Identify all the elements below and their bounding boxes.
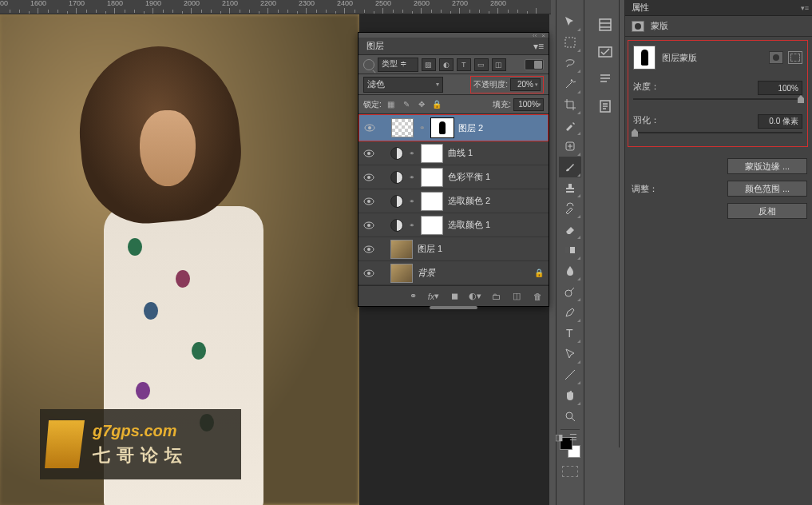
feather-slider[interactable]	[633, 132, 802, 133]
link-icon[interactable]: ⚭	[408, 148, 416, 159]
eraser-tool[interactable]	[559, 219, 581, 240]
layer-name[interactable]: 曲线 1	[448, 147, 473, 159]
link-icon[interactable]: ⚭	[408, 220, 416, 231]
mask-thumb[interactable]	[421, 168, 443, 187]
panel-collapse-icons[interactable]: ◨☰	[549, 430, 583, 444]
vector-mask-button[interactable]	[788, 51, 802, 64]
layers-panel[interactable]: ‹‹ × 图层 ▾≡ 类型 ≑ ▧ ◐ T ▭ ◫ 滤色 不透明度: 20% 锁…	[358, 32, 549, 307]
layer-thumb[interactable]	[390, 240, 413, 259]
blur-tool[interactable]	[559, 260, 581, 281]
lasso-tool[interactable]	[559, 53, 581, 74]
new-layer-icon[interactable]: ◫	[510, 290, 523, 303]
density-slider[interactable]	[633, 98, 802, 100]
wand-tool[interactable]	[559, 74, 581, 94]
dodge-tool[interactable]	[559, 281, 581, 302]
new-group-icon[interactable]: 🗀	[489, 290, 502, 303]
link-layers-icon[interactable]: ⚭	[406, 290, 419, 303]
color-range-button[interactable]: 颜色范围 ...	[727, 181, 807, 197]
zoom-tool[interactable]	[559, 406, 581, 427]
lock-position-icon[interactable]: ✥	[416, 99, 427, 110]
pen-tool[interactable]	[559, 302, 581, 323]
filter-pixel-icon[interactable]: ▧	[422, 58, 436, 71]
fill-input[interactable]: 100%	[513, 98, 544, 111]
character-panel-icon[interactable]	[594, 93, 616, 120]
delete-layer-icon[interactable]: 🗑	[531, 290, 544, 303]
filter-type-dropdown[interactable]: 类型 ≑	[378, 58, 418, 72]
visibility-toggle[interactable]	[363, 220, 374, 231]
mask-edge-button[interactable]: 蒙版边缘 ...	[727, 158, 807, 174]
link-icon[interactable]: ⚭	[418, 122, 426, 133]
filter-toggle[interactable]	[525, 59, 544, 70]
hand-tool[interactable]	[559, 385, 581, 406]
layer-name[interactable]: 选取颜色 2	[448, 195, 490, 207]
density-input[interactable]: 100%	[758, 81, 802, 95]
layer-thumb[interactable]	[390, 264, 413, 283]
invert-button[interactable]: 反相	[727, 203, 807, 219]
quickmask-toggle[interactable]	[562, 466, 578, 477]
mask-thumb[interactable]	[431, 118, 454, 137]
layer-name[interactable]: 图层 1	[418, 243, 442, 255]
blend-mode-dropdown[interactable]: 滤色	[363, 77, 443, 93]
add-mask-icon[interactable]: ◼	[448, 290, 461, 303]
feather-input[interactable]: 0.0 像素	[758, 114, 802, 129]
visibility-toggle[interactable]	[363, 148, 374, 159]
mask-thumb[interactable]	[421, 216, 443, 235]
layer-name[interactable]: 图层 2	[458, 122, 483, 134]
path-select-tool[interactable]	[559, 344, 581, 364]
filter-smart-icon[interactable]: ◫	[492, 58, 506, 71]
search-icon[interactable]	[363, 59, 374, 70]
visibility-toggle[interactable]	[364, 122, 375, 133]
line-tool[interactable]	[559, 364, 581, 385]
panel-menu-icon[interactable]: ▾≡	[533, 41, 544, 52]
stamp-tool[interactable]	[559, 177, 581, 198]
visibility-toggle[interactable]	[363, 196, 374, 207]
layer-thumb[interactable]	[391, 118, 414, 137]
visibility-toggle[interactable]	[363, 268, 374, 279]
layer-row[interactable]: 图层 1	[358, 237, 549, 261]
panel-menu-icon[interactable]: ▾≡	[801, 4, 809, 12]
document-canvas[interactable]: g7gps.com 七哥论坛	[0, 14, 359, 505]
filter-type-icon[interactable]: T	[457, 58, 471, 71]
pixel-mask-button[interactable]	[769, 51, 783, 64]
link-icon[interactable]: ⚭	[408, 196, 416, 207]
panel-tab-layers[interactable]: 图层 ▾≡	[358, 38, 549, 55]
gradient-tool[interactable]	[559, 240, 581, 260]
paragraph-panel-icon[interactable]	[594, 66, 616, 93]
layer-row[interactable]: ⚭选取颜色 2	[358, 189, 549, 213]
lock-paint-icon[interactable]: ✎	[401, 99, 412, 110]
new-adjustment-icon[interactable]: ◐▾	[469, 290, 481, 303]
filter-adjustment-icon[interactable]: ◐	[439, 58, 454, 71]
healing-tool[interactable]	[559, 136, 581, 157]
move-tool[interactable]	[559, 11, 581, 32]
mask-thumb[interactable]	[421, 192, 443, 211]
layer-name[interactable]: 色彩平衡 1	[448, 171, 490, 183]
marquee-tool[interactable]	[559, 32, 581, 53]
visibility-toggle[interactable]	[363, 172, 374, 183]
brush-tool[interactable]	[559, 157, 581, 177]
layer-row[interactable]: ⚭色彩平衡 1	[358, 165, 549, 189]
mask-thumbnail[interactable]	[633, 46, 656, 70]
eyedropper-tool[interactable]	[559, 115, 581, 136]
filter-shape-icon[interactable]: ▭	[474, 58, 489, 71]
history-panel-icon[interactable]	[594, 11, 616, 38]
layer-row[interactable]: 背景🔒	[358, 261, 549, 285]
layer-name[interactable]: 背景	[418, 267, 435, 279]
actions-panel-icon[interactable]	[594, 38, 616, 66]
visibility-toggle[interactable]	[363, 244, 374, 255]
properties-tab[interactable]: 属性 ▾≡	[625, 0, 812, 16]
mask-thumb[interactable]	[421, 144, 443, 163]
layer-name[interactable]: 选取颜色 1	[448, 219, 490, 231]
layer-row[interactable]: ⚭选取颜色 1	[358, 213, 549, 237]
crop-tool[interactable]	[559, 94, 581, 115]
opacity-input[interactable]: 20%	[510, 78, 541, 91]
lock-transparency-icon[interactable]: ▦	[386, 99, 397, 110]
layer-row[interactable]: ⚭曲线 1	[358, 141, 549, 165]
fx-icon[interactable]: fx▾	[427, 290, 440, 303]
history-brush-tool[interactable]	[559, 198, 581, 219]
watermark-url: g7gps.com	[93, 422, 188, 440]
layer-row[interactable]: ⚭图层 2	[358, 114, 549, 141]
lock-all-icon[interactable]: 🔒	[431, 99, 442, 110]
scrollbar[interactable]	[430, 306, 477, 309]
link-icon[interactable]: ⚭	[408, 172, 416, 183]
type-tool[interactable]: T	[559, 323, 581, 344]
